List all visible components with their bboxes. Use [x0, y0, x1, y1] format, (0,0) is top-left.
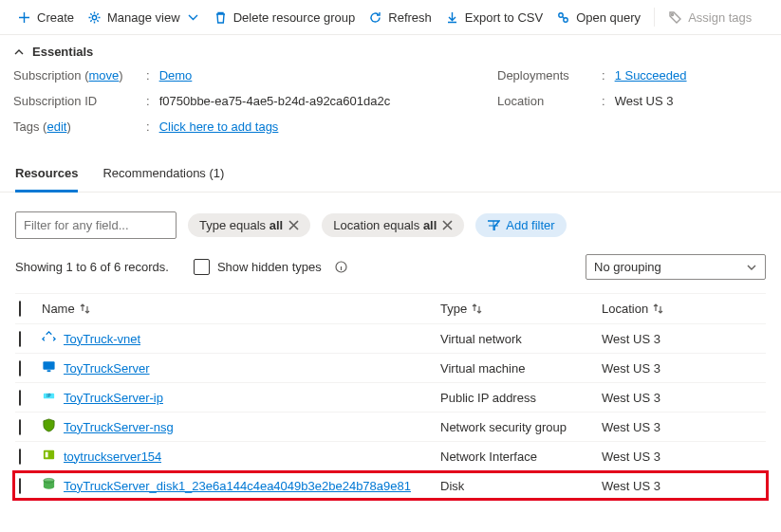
manage-view-button[interactable]: Manage view — [87, 10, 200, 25]
col-type[interactable]: Type — [440, 302, 602, 316]
add-filter-button[interactable]: Add filter — [475, 213, 566, 237]
chevron-down-icon — [186, 10, 200, 25]
svg-rect-5 — [43, 361, 54, 369]
refresh-icon — [368, 10, 382, 25]
export-csv-button[interactable]: Export to CSV — [445, 10, 543, 25]
resource-location: West US 3 — [602, 420, 766, 434]
tags-add-link[interactable]: Click here to add tags — [159, 119, 279, 134]
svg-rect-10 — [46, 452, 48, 458]
resource-link[interactable]: ToyTruckServer_disk1_23e6a144c4ea4049b3e… — [64, 479, 411, 493]
chevron-down-icon — [746, 262, 757, 273]
row-checkbox[interactable] — [19, 449, 21, 465]
ip-icon: IP — [42, 389, 56, 406]
table-row: ToyTruckServerVirtual machineWest US 3 — [15, 353, 766, 382]
sort-icon — [652, 303, 664, 315]
resource-location: West US 3 — [602, 479, 763, 493]
svg-rect-6 — [47, 370, 51, 372]
svg-text:IP: IP — [46, 394, 50, 398]
gear-icon — [87, 10, 102, 25]
filter-pill-location[interactable]: Location equals all — [322, 213, 464, 237]
resource-type: Network security group — [440, 420, 602, 434]
table-row: IPToyTruckServer-ipPublic IP addressWest… — [15, 382, 766, 412]
vnet-icon — [42, 330, 56, 347]
close-icon[interactable] — [288, 220, 299, 230]
tag-icon — [668, 10, 682, 25]
download-icon — [445, 10, 459, 25]
status-row: Showing 1 to 6 of 6 records. Show hidden… — [0, 248, 781, 289]
location-value: West US 3 — [615, 94, 674, 108]
col-location[interactable]: Location — [602, 302, 766, 316]
resource-link[interactable]: ToyTruckServer-nsg — [64, 420, 174, 434]
essentials-heading: Essentials — [32, 45, 93, 59]
row-checkbox[interactable] — [19, 419, 21, 435]
row-checkbox[interactable] — [19, 478, 21, 494]
svg-point-1 — [559, 12, 563, 16]
toolbar: Create Manage view Delete resource group… — [0, 0, 781, 35]
svg-rect-9 — [44, 450, 54, 459]
row-checkbox[interactable] — [19, 390, 21, 406]
subscription-move-link[interactable]: move — [89, 68, 120, 83]
resource-link[interactable]: ToyTruckServer-ip — [64, 391, 163, 405]
sort-icon — [79, 303, 91, 315]
svg-point-3 — [672, 13, 674, 15]
select-all-checkbox[interactable] — [19, 301, 21, 317]
row-checkbox[interactable] — [19, 360, 21, 376]
grouping-label: No grouping — [594, 260, 661, 274]
delete-rg-button[interactable]: Delete resource group — [214, 10, 356, 25]
filter-input[interactable] — [15, 211, 177, 239]
open-query-button[interactable]: Open query — [556, 10, 641, 25]
close-icon[interactable] — [442, 220, 453, 230]
subscription-id-label: Subscription ID — [13, 94, 146, 108]
resources-table: Name Type Location ToyTruck-vnetVirtual … — [0, 289, 781, 510]
assign-tags-label: Assign tags — [688, 10, 752, 25]
disk-icon — [42, 477, 56, 494]
show-hidden-checkbox[interactable]: Show hidden types — [194, 259, 347, 275]
records-count: Showing 1 to 6 of 6 records. — [15, 260, 169, 274]
tags-edit-link[interactable]: edit — [46, 119, 66, 134]
grouping-select[interactable]: No grouping — [586, 254, 766, 280]
resource-type: Virtual machine — [440, 361, 602, 376]
add-filter-label: Add filter — [506, 218, 554, 232]
resource-type: Virtual network — [440, 332, 602, 346]
row-checkbox[interactable] — [19, 331, 21, 347]
info-icon[interactable] — [335, 261, 347, 273]
resource-link[interactable]: ToyTruck-vnet — [64, 332, 140, 346]
manage-view-label: Manage view — [107, 10, 180, 25]
vm-icon — [42, 359, 56, 376]
table-row: ToyTruck-vnetVirtual networkWest US 3 — [15, 323, 766, 353]
assign-tags-button: Assign tags — [668, 10, 752, 25]
delete-rg-label: Delete resource group — [233, 10, 356, 25]
chevron-up-icon — [13, 46, 25, 58]
resource-type: Network Interface — [440, 449, 602, 464]
svg-point-2 — [564, 17, 567, 21]
filter-pill-type[interactable]: Type equals all — [188, 213, 310, 237]
tags-label: Tags (edit) — [13, 119, 146, 134]
tab-recommendations[interactable]: Recommendations (1) — [102, 166, 224, 192]
subscription-link[interactable]: Demo — [159, 68, 193, 83]
table-row: ToyTruckServer-nsgNetwork security group… — [15, 412, 766, 441]
subscription-id-value: f0750bbe-ea75-4ae5-b24d-a92ca601da2c — [159, 94, 391, 108]
refresh-button[interactable]: Refresh — [368, 10, 432, 25]
resource-link[interactable]: toytruckserver154 — [64, 449, 161, 464]
resource-location: West US 3 — [602, 391, 766, 405]
essentials-toggle[interactable]: Essentials — [0, 35, 781, 66]
col-name[interactable]: Name — [42, 302, 440, 316]
resource-location: West US 3 — [602, 449, 766, 464]
svg-point-0 — [92, 15, 96, 19]
toolbar-separator — [654, 8, 655, 27]
nic-icon — [42, 448, 56, 465]
subscription-label: Subscription (move) — [13, 68, 146, 83]
table-row: toytruckserver154Network InterfaceWest U… — [15, 441, 766, 470]
tabs: Resources Recommendations (1) — [0, 145, 781, 193]
resource-location: West US 3 — [602, 361, 766, 376]
nsg-icon — [42, 418, 56, 435]
deployments-link[interactable]: 1 Succeeded — [615, 68, 687, 83]
create-button[interactable]: Create — [17, 10, 74, 25]
deployments-label: Deployments — [497, 68, 602, 83]
tab-resources[interactable]: Resources — [15, 166, 78, 193]
resource-link[interactable]: ToyTruckServer — [64, 361, 150, 376]
export-csv-label: Export to CSV — [465, 10, 543, 25]
filter-bar: Type equals all Location equals all Add … — [0, 193, 781, 248]
create-label: Create — [37, 10, 74, 25]
open-query-label: Open query — [576, 10, 641, 25]
